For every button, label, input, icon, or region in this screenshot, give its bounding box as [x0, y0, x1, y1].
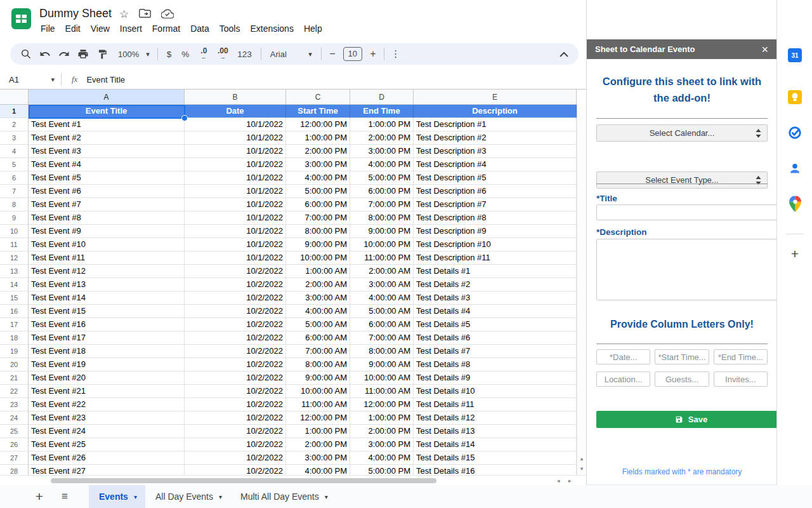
invites-column-input[interactable] [714, 371, 768, 387]
end-time-column-input[interactable] [714, 349, 768, 364]
cell[interactable]: Event Title [29, 105, 185, 118]
cell[interactable]: Test Description #1 [414, 118, 577, 131]
cell[interactable]: End Time [350, 105, 414, 118]
cell[interactable]: Test Event #22 [29, 398, 185, 411]
menu-edit[interactable]: Edit [60, 22, 86, 35]
row-header-12[interactable]: 12 [0, 251, 29, 265]
select-calendar-dropdown[interactable]: Select Calendar... [596, 124, 768, 142]
cell[interactable]: Start Time [286, 105, 350, 118]
cell[interactable]: 10:00:00 PM [286, 251, 350, 265]
cell[interactable]: 12:00:00 PM [286, 411, 350, 425]
cell[interactable]: 10/1/2022 [185, 131, 286, 145]
cell[interactable]: Test Event #14 [29, 291, 185, 305]
cell[interactable]: 10/1/2022 [185, 225, 286, 238]
cell[interactable]: 8:00:00 PM [350, 211, 414, 225]
cell[interactable]: 10/2/2022 [185, 358, 286, 371]
cell[interactable]: Test Description #3 [414, 145, 577, 158]
cell[interactable]: Test Details #11 [414, 398, 577, 411]
scroll-right-icon[interactable]: ▸ [568, 478, 572, 484]
cell[interactable]: 6:00:00 PM [350, 185, 414, 198]
menu-view[interactable]: View [86, 22, 115, 35]
cell[interactable]: 2:00:00 AM [286, 278, 350, 291]
cell[interactable]: Test Details #14 [414, 438, 577, 451]
cell[interactable]: Test Description #10 [414, 238, 577, 251]
cell[interactable]: 10/2/2022 [185, 318, 286, 331]
title-field[interactable] [596, 204, 786, 220]
cell[interactable]: 6:00:00 AM [350, 318, 414, 331]
column-header-A[interactable]: A [29, 90, 185, 105]
location-column-input[interactable] [596, 371, 650, 387]
cell[interactable]: Test Event #2 [29, 131, 185, 145]
search-icon[interactable] [16, 46, 36, 62]
row-header-11[interactable]: 11 [0, 238, 29, 251]
cell[interactable]: 2:00:00 PM [286, 145, 350, 158]
cell[interactable]: Test Description #11 [414, 251, 577, 265]
document-title[interactable]: Dummy Sheet [39, 7, 112, 20]
cell[interactable]: Test Details #10 [414, 385, 577, 398]
cell[interactable]: 5:00:00 PM [286, 185, 350, 198]
cell[interactable]: 11:00:00 AM [286, 398, 350, 411]
cell[interactable]: 10/2/2022 [185, 425, 286, 438]
cell[interactable]: 5:00:00 AM [286, 318, 350, 331]
cell[interactable]: 8:00:00 AM [286, 358, 350, 371]
cell[interactable]: 10/2/2022 [185, 398, 286, 411]
cell[interactable]: 8:00:00 PM [286, 225, 350, 238]
cell[interactable]: 4:00:00 PM [286, 171, 350, 185]
cell[interactable]: Test Event #11 [29, 251, 185, 265]
guests-column-input[interactable] [655, 371, 709, 387]
increase-decimal-button[interactable]: .00→ [213, 46, 232, 62]
cell[interactable]: Test Event #7 [29, 198, 185, 211]
cell[interactable]: 11:00:00 AM [350, 385, 414, 398]
select-event-type-dropdown[interactable]: Select Event Type... [596, 171, 768, 189]
google-maps-icon[interactable] [788, 197, 802, 211]
cell[interactable]: Test Description #5 [414, 171, 577, 185]
cell[interactable]: 3:00:00 AM [286, 291, 350, 305]
cell[interactable]: 10/1/2022 [185, 185, 286, 198]
sheets-logo-icon[interactable] [11, 8, 32, 29]
column-header-C[interactable]: C [286, 90, 350, 105]
column-header-B[interactable]: B [185, 90, 286, 105]
row-header-18[interactable]: 18 [0, 331, 29, 345]
horizontal-scroll-thumb[interactable] [51, 478, 436, 483]
cell[interactable]: 7:00:00 PM [286, 211, 350, 225]
cell[interactable]: 4:00:00 PM [350, 158, 414, 171]
increase-font-size-button[interactable]: + [366, 46, 380, 62]
name-box[interactable]: A1 ▾ [0, 75, 61, 84]
cell[interactable]: 10/2/2022 [185, 345, 286, 358]
save-button[interactable]: Save [596, 411, 786, 428]
cell[interactable]: Test Description #4 [414, 158, 577, 171]
cell[interactable]: 10/2/2022 [185, 371, 286, 385]
cell[interactable]: 10/1/2022 [185, 118, 286, 131]
cell[interactable]: 10:00:00 AM [286, 385, 350, 398]
more-options-icon[interactable]: ⋮ [388, 46, 403, 62]
cell[interactable]: 9:00:00 PM [286, 238, 350, 251]
start-time-column-input[interactable] [655, 349, 709, 364]
cell[interactable]: Test Event #12 [29, 265, 185, 278]
cell[interactable]: 4:00:00 AM [286, 305, 350, 318]
cell[interactable]: 10/1/2022 [185, 158, 286, 171]
cell[interactable]: Date [185, 105, 286, 118]
cell[interactable]: 3:00:00 PM [286, 451, 350, 465]
row-header-26[interactable]: 26 [0, 438, 29, 451]
cell[interactable]: 5:00:00 AM [350, 305, 414, 318]
cell[interactable]: Test Event #20 [29, 371, 185, 385]
menu-file[interactable]: File [36, 22, 60, 35]
font-size-input[interactable]: 10 [343, 47, 362, 61]
row-header-22[interactable]: 22 [0, 385, 29, 398]
cell[interactable]: 10/1/2022 [185, 211, 286, 225]
cell[interactable]: Test Details #4 [414, 305, 577, 318]
cell[interactable]: 10/2/2022 [185, 331, 286, 345]
row-header-27[interactable]: 27 [0, 451, 29, 465]
print-button[interactable] [74, 46, 93, 62]
row-header-1[interactable]: 1 [0, 105, 29, 118]
cell[interactable]: Test Details #3 [414, 291, 577, 305]
cell[interactable]: Test Description #6 [414, 185, 577, 198]
cell[interactable]: 10:00:00 AM [350, 371, 414, 385]
tab-multi-all-day-events[interactable]: Multi All Day Events▾ [230, 485, 336, 508]
cell[interactable]: Test Details #12 [414, 411, 577, 425]
cell[interactable]: 7:00:00 PM [350, 198, 414, 211]
cell[interactable]: Test Description #8 [414, 211, 577, 225]
menu-tools[interactable]: Tools [214, 22, 246, 35]
cell[interactable]: Test Details #5 [414, 318, 577, 331]
cell[interactable]: Test Event #10 [29, 238, 185, 251]
